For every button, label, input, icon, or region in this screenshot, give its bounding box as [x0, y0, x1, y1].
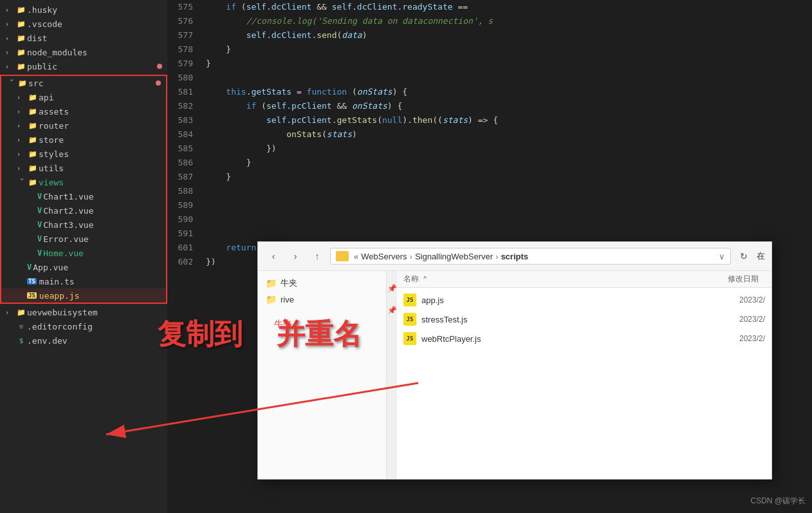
line-582: 582: [167, 99, 193, 113]
chevron-icon: ›: [17, 151, 27, 158]
sidebar-item-views[interactable]: › 📁 views: [1, 175, 166, 189]
fe-sep-2: ›: [495, 252, 498, 261]
fe-file-date: 2023/2/: [688, 315, 765, 324]
ts-icon: TS: [27, 278, 37, 284]
fe-refresh-button[interactable]: ↻: [735, 247, 753, 265]
sidebar-item-store[interactable]: › 📁 store: [1, 133, 166, 147]
folder-icon: 📁: [27, 178, 39, 187]
fe-breadcrumb-root: «: [354, 252, 358, 261]
folder-icon: 📁: [15, 34, 27, 42]
file-explorer: ‹ › ↑ « WebServers › SignallingWebServer…: [257, 241, 772, 480]
fe-column-headers: 名称 ^ 修改日期: [397, 271, 771, 288]
sidebar-item-uevwebuisystem[interactable]: › 📁 uevwebuisystem: [0, 305, 167, 319]
code-line-583: self.pcClient.getStats(null).then((stats…: [206, 113, 812, 127]
code-line-580: [206, 71, 812, 85]
sidebar-item-api[interactable]: › 📁 api: [1, 90, 166, 104]
code-line-588: [206, 184, 812, 198]
vue-icon: V: [37, 192, 42, 201]
vue-icon: V: [37, 234, 42, 243]
chevron-icon: ›: [19, 177, 26, 187]
sidebar-item-public[interactable]: › 📁 public: [0, 59, 167, 73]
fe-nav-niujia[interactable]: 📁 牛夹: [258, 275, 386, 292]
line-585: 585: [167, 142, 193, 156]
vue-icon: V: [37, 206, 42, 215]
sidebar-item-router[interactable]: › 📁 router: [1, 118, 166, 133]
line-586: 586: [167, 156, 193, 170]
folder-icon: 📁: [27, 164, 39, 173]
line-584: 584: [167, 127, 193, 142]
line-588: 588: [167, 184, 193, 198]
sidebar-item-chart3[interactable]: › V Chart3.vue: [1, 218, 166, 232]
sidebar-item-styles[interactable]: › 📁 styles: [1, 147, 166, 161]
sidebar-item-home[interactable]: › V Home.vue: [1, 246, 166, 260]
fe-file-appjs[interactable]: JS app.js 2023/2/: [397, 290, 771, 310]
line-601: 601: [167, 241, 193, 255]
pin-icon-2[interactable]: 📌: [387, 306, 396, 315]
sidebar-item-label: Error.vue: [43, 234, 88, 244]
file-icon: $: [15, 337, 27, 345]
fe-col-date-header[interactable]: 修改日期: [688, 274, 765, 284]
fe-file-webrtcplayer[interactable]: JS webRtcPlayer.js 2023/2/: [397, 329, 771, 348]
fe-nav-rive[interactable]: 📁 rive: [258, 292, 386, 307]
sidebar-item-label: Chart3.vue: [43, 220, 93, 230]
sidebar: › 📁 .husky › 📁 .vscode › 📁 dist › 📁 node…: [0, 0, 167, 513]
sidebar-item-label: utils: [39, 163, 64, 173]
fe-back-button[interactable]: ‹: [264, 247, 282, 265]
sidebar-item-env-dev[interactable]: › $ .env.dev: [0, 333, 167, 348]
sidebar-item-error[interactable]: › V Error.vue: [1, 232, 166, 246]
line-581: 581: [167, 85, 193, 99]
fe-content: 📁 牛夹 📁 rive 📌 📌 名称 ^ 修改日期: [258, 271, 771, 479]
sidebar-item-label: .env.dev: [27, 336, 68, 346]
folder-icon: 📁: [27, 93, 39, 102]
sidebar-item-node-modules[interactable]: › 📁 node_modules: [0, 45, 167, 59]
js-file-icon: JS: [403, 313, 416, 326]
code-line-590: [206, 212, 812, 227]
sidebar-item-chart2[interactable]: › V Chart2.vue: [1, 203, 166, 218]
fe-file-name: webRtcPlayer.js: [421, 334, 683, 344]
sidebar-item-app-vue[interactable]: › V App.vue: [1, 260, 166, 274]
fe-nav-item-label: 牛夹: [281, 277, 297, 289]
sidebar-item-main-ts[interactable]: › TS main.ts: [1, 274, 166, 288]
fe-col-name-header[interactable]: 名称 ^: [403, 274, 688, 284]
code-line-585: }): [206, 142, 812, 156]
chevron-icon: ›: [8, 78, 15, 88]
modified-dot: [156, 80, 161, 86]
fe-up-button[interactable]: ↑: [308, 247, 326, 265]
fe-breadcrumb-scripts: scripts: [501, 252, 528, 261]
code-line-579: }: [206, 57, 812, 71]
sidebar-item-chart1[interactable]: › V Chart1.vue: [1, 189, 166, 203]
fe-main: 名称 ^ 修改日期 JS app.js 2023/2/ JS stressTes…: [397, 271, 771, 479]
folder-icon: 📁: [27, 150, 39, 158]
sidebar-item-label: Chart2.vue: [43, 206, 93, 216]
sidebar-item-label: assets: [39, 107, 69, 117]
sidebar-item-src[interactable]: › 📁 src: [1, 76, 166, 90]
fe-sep-1: ›: [410, 252, 412, 261]
code-line-578: }: [206, 42, 812, 57]
sidebar-item-husky[interactable]: › 📁 .husky: [0, 3, 167, 17]
folder-icon: [336, 251, 349, 261]
sidebar-item-label: store: [39, 135, 64, 145]
sidebar-item-assets[interactable]: › 📁 assets: [1, 104, 166, 118]
chevron-icon: ›: [5, 35, 15, 42]
sidebar-item-utils[interactable]: › 📁 utils: [1, 161, 166, 175]
sidebar-item-dist[interactable]: › 📁 dist: [0, 31, 167, 45]
chevron-icon: ›: [5, 6, 15, 14]
fe-file-stresstest[interactable]: JS stressTest.js 2023/2/: [397, 310, 771, 329]
fe-scrollbar: 📌 📌: [387, 271, 397, 479]
vue-icon: V: [37, 220, 42, 229]
line-589: 589: [167, 198, 193, 212]
fe-breadcrumb[interactable]: « WebServers › SignallingWebServer › scr…: [330, 248, 731, 265]
pin-icon-1[interactable]: 📌: [387, 284, 396, 293]
fe-forward-button[interactable]: ›: [286, 247, 304, 265]
folder-icon: 📁: [27, 122, 39, 130]
sidebar-item-vscode[interactable]: › 📁 .vscode: [0, 17, 167, 31]
sidebar-item-editorconfig[interactable]: › ≡ .editorconfig: [0, 319, 167, 333]
sidebar-item-ueapp-js[interactable]: › JS ueapp.js: [1, 288, 166, 303]
line-576: 576: [167, 14, 193, 28]
chevron-icon: ›: [17, 165, 27, 172]
fe-breadcrumb-chevron[interactable]: ∨: [719, 252, 725, 261]
code-line-575: if (self.dcClient && self.dcClient.ready…: [206, 0, 812, 14]
fe-breadcrumb-signalling: SignallingWebServer: [415, 252, 493, 261]
folder-icon: 📁: [15, 62, 27, 71]
sidebar-item-label: Home.vue: [43, 248, 84, 258]
